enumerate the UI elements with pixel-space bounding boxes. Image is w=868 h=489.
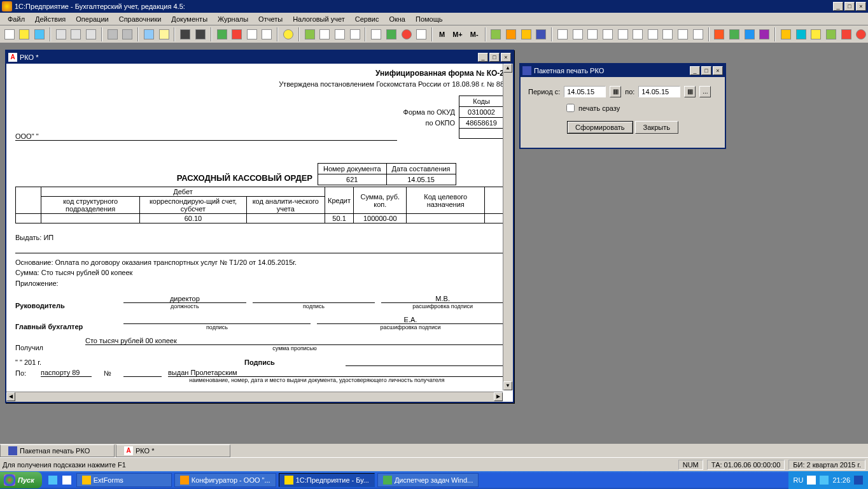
menu-windows[interactable]: Окна: [384, 14, 410, 24]
menu-actions[interactable]: Действия: [30, 14, 71, 24]
tray-icon1[interactable]: [807, 476, 816, 485]
doc-close-button[interactable]: ×: [501, 53, 511, 62]
color8-icon[interactable]: [824, 27, 838, 41]
scroll-left-icon[interactable]: ◀: [6, 392, 15, 401]
minimize-button[interactable]: _: [833, 2, 843, 11]
form-button[interactable]: Сформировать: [567, 121, 633, 134]
mdi-tab-rko[interactable]: A РКО *: [116, 444, 230, 457]
calendar-from-icon[interactable]: ▦: [610, 86, 621, 97]
find-icon[interactable]: [178, 27, 192, 41]
grid5-icon[interactable]: [616, 27, 630, 41]
tool4-icon[interactable]: [260, 27, 274, 41]
tool-a-icon[interactable]: [489, 27, 503, 41]
journal-icon[interactable]: [348, 27, 362, 41]
task-configurator[interactable]: Конфигуратор - ООО "...: [174, 473, 276, 487]
tray-icon2[interactable]: [820, 476, 829, 485]
grid8-icon[interactable]: [661, 27, 675, 41]
close-dialog-button[interactable]: Закрыть: [635, 121, 678, 134]
color5-icon[interactable]: [779, 27, 793, 41]
play-icon[interactable]: [384, 27, 398, 41]
scroll-up-icon[interactable]: ▲: [503, 64, 512, 73]
tool-c-icon[interactable]: [519, 27, 533, 41]
scroll-down-icon[interactable]: ▼: [503, 381, 512, 390]
calendar-icon[interactable]: [157, 27, 171, 41]
period-from-label: Период с:: [528, 88, 560, 96]
grid2-icon[interactable]: [571, 27, 585, 41]
menu-references[interactable]: Справочники: [114, 14, 167, 24]
maximize-button[interactable]: □: [844, 2, 855, 11]
grid10-icon[interactable]: [691, 27, 705, 41]
grid9-icon[interactable]: [676, 27, 690, 41]
date-to-input[interactable]: [638, 86, 680, 97]
mminus-button[interactable]: M-: [467, 27, 482, 41]
mdi-tab-batch[interactable]: Пакетная печать РКО: [0, 444, 115, 457]
cut-icon[interactable]: [54, 27, 68, 41]
dialog-close-button[interactable]: ×: [713, 66, 723, 75]
start-button[interactable]: Пуск: [0, 472, 42, 488]
doc-minimize-button[interactable]: _: [478, 53, 488, 62]
dialog-minimize-button[interactable]: _: [690, 66, 700, 75]
dialog-maximize-button[interactable]: □: [701, 66, 711, 75]
color4-icon[interactable]: [758, 27, 772, 41]
task-1c[interactable]: 1С:Предприятие - Бу...: [279, 473, 375, 487]
chart-icon[interactable]: [303, 27, 317, 41]
grid7-icon[interactable]: [646, 27, 660, 41]
tool-d-icon[interactable]: [535, 27, 549, 41]
tray-lang[interactable]: RU: [794, 476, 804, 484]
scrollbar-horizontal[interactable]: ◀ ▶: [6, 392, 503, 402]
task-dispatcher[interactable]: Диспетчер задач Wind...: [377, 473, 479, 487]
record-icon[interactable]: [400, 27, 414, 41]
color3-icon[interactable]: [743, 27, 757, 41]
task-extforms[interactable]: ExtForms: [76, 473, 172, 487]
paste-icon[interactable]: [84, 27, 98, 41]
preview-icon[interactable]: [120, 27, 134, 41]
doc-maximize-button[interactable]: □: [489, 53, 500, 62]
report-icon[interactable]: [318, 27, 332, 41]
mplus-button[interactable]: M+: [449, 27, 466, 41]
quicklaunch1-icon[interactable]: [48, 476, 57, 485]
grid3-icon[interactable]: [585, 27, 599, 41]
menu-operations[interactable]: Операции: [71, 14, 113, 24]
help-icon[interactable]: [281, 27, 295, 41]
calendar-to-icon[interactable]: ▦: [684, 86, 696, 97]
stop-icon[interactable]: [230, 27, 244, 41]
run-icon[interactable]: [215, 27, 229, 41]
menu-help[interactable]: Помощь: [410, 14, 448, 24]
menu-journals[interactable]: Журналы: [213, 14, 253, 24]
color9-icon[interactable]: [839, 27, 853, 41]
binoculars-icon[interactable]: [193, 27, 207, 41]
menu-tax[interactable]: Налоговый учет: [288, 14, 350, 24]
print-icon[interactable]: [106, 27, 120, 41]
t-icon[interactable]: [369, 27, 383, 41]
close-button[interactable]: ×: [856, 2, 866, 11]
open-icon[interactable]: [18, 27, 32, 41]
color10-icon[interactable]: [854, 27, 868, 41]
menu-service[interactable]: Сервис: [350, 14, 384, 24]
calc-icon[interactable]: [142, 27, 156, 41]
scroll-right-icon[interactable]: ▶: [494, 392, 503, 401]
scrollbar-vertical[interactable]: ▲ ▼: [503, 64, 513, 390]
save-icon[interactable]: [32, 27, 46, 41]
ff-icon[interactable]: [414, 27, 428, 41]
m-button[interactable]: M: [436, 27, 448, 41]
color2-icon[interactable]: [727, 27, 741, 41]
date-from-input[interactable]: [564, 86, 606, 97]
tray-icon3[interactable]: [854, 476, 863, 485]
tool3-icon[interactable]: [245, 27, 259, 41]
grid1-icon[interactable]: [556, 27, 570, 41]
print-now-checkbox[interactable]: [566, 104, 575, 112]
copy-icon[interactable]: [69, 27, 83, 41]
quicklaunch2-icon[interactable]: [62, 476, 71, 485]
menu-file[interactable]: Файл: [3, 14, 30, 24]
color1-icon[interactable]: [713, 27, 727, 41]
sheet-icon[interactable]: [333, 27, 347, 41]
period-dots-button[interactable]: ...: [699, 86, 711, 97]
menu-reports[interactable]: Отчеты: [253, 14, 288, 24]
tool-b-icon[interactable]: [504, 27, 518, 41]
menu-documents[interactable]: Документы: [166, 14, 213, 24]
color7-icon[interactable]: [809, 27, 823, 41]
grid4-icon[interactable]: [601, 27, 615, 41]
grid6-icon[interactable]: [631, 27, 645, 41]
new-icon[interactable]: [3, 27, 17, 41]
color6-icon[interactable]: [794, 27, 808, 41]
